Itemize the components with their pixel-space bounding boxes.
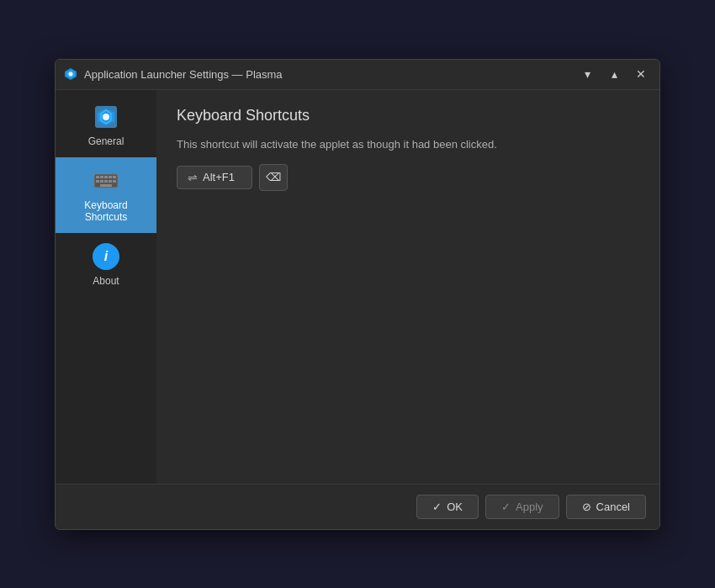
button-bar: ✓ OK ✓ Apply ⊘ Cancel bbox=[56, 484, 659, 529]
close-button[interactable]: ✕ bbox=[629, 64, 653, 84]
cancel-button[interactable]: ⊘ Cancel bbox=[566, 495, 646, 519]
shortcut-row: ⇌ Alt+F1 ⌫ bbox=[177, 164, 639, 191]
settings-window: Application Launcher Settings — Plasma ▾… bbox=[55, 59, 660, 530]
sidebar-item-general[interactable]: General bbox=[56, 93, 156, 157]
apply-button[interactable]: ✓ Apply bbox=[485, 495, 559, 519]
general-icon bbox=[93, 103, 119, 130]
content-area: General bbox=[56, 90, 659, 484]
keyboard-icon bbox=[93, 167, 119, 194]
svg-rect-16 bbox=[109, 180, 112, 183]
svg-rect-9 bbox=[100, 176, 103, 178]
svg-rect-15 bbox=[104, 180, 108, 183]
apply-label: Apply bbox=[516, 501, 543, 513]
ok-label: OK bbox=[447, 501, 463, 513]
svg-rect-8 bbox=[96, 176, 99, 178]
svg-rect-10 bbox=[104, 176, 108, 178]
maximize-icon: ▴ bbox=[612, 67, 617, 81]
shortcut-adjust-icon: ⇌ bbox=[188, 171, 198, 184]
clear-shortcut-button[interactable]: ⌫ bbox=[259, 164, 288, 191]
sidebar: General bbox=[56, 90, 156, 484]
close-icon: ✕ bbox=[636, 67, 646, 81]
titlebar-controls: ▾ ▴ ✕ bbox=[575, 64, 653, 84]
shortcut-value: Alt+F1 bbox=[203, 171, 235, 183]
apply-icon: ✓ bbox=[501, 501, 511, 513]
about-icon: i bbox=[93, 243, 119, 270]
window-title: Application Launcher Settings — Plasma bbox=[84, 68, 283, 81]
sidebar-item-keyboard-shortcuts[interactable]: KeyboardShortcuts bbox=[56, 157, 156, 233]
panel-title: Keyboard Shortcuts bbox=[177, 107, 639, 124]
app-icon bbox=[62, 66, 79, 82]
minimize-icon: ▾ bbox=[585, 67, 591, 81]
maximize-button[interactable]: ▴ bbox=[602, 64, 626, 84]
svg-rect-18 bbox=[100, 184, 112, 187]
sidebar-item-keyboard-label: KeyboardShortcuts bbox=[84, 199, 127, 223]
info-circle-icon: i bbox=[93, 243, 119, 270]
svg-rect-12 bbox=[113, 176, 116, 178]
clear-icon: ⌫ bbox=[266, 171, 281, 183]
svg-point-5 bbox=[103, 114, 109, 120]
ok-icon: ✓ bbox=[432, 501, 442, 513]
spacer bbox=[177, 191, 639, 467]
cancel-label: Cancel bbox=[596, 501, 630, 513]
titlebar-left: Application Launcher Settings — Plasma bbox=[62, 66, 283, 82]
ok-button[interactable]: ✓ OK bbox=[416, 495, 479, 519]
svg-rect-14 bbox=[100, 180, 103, 183]
shortcut-button[interactable]: ⇌ Alt+F1 bbox=[177, 166, 252, 189]
cancel-icon: ⊘ bbox=[582, 501, 591, 513]
svg-point-2 bbox=[69, 72, 73, 77]
main-panel: Keyboard Shortcuts This shortcut will ac… bbox=[156, 90, 659, 484]
svg-rect-17 bbox=[113, 180, 116, 183]
sidebar-item-about[interactable]: i About bbox=[56, 233, 156, 297]
svg-rect-11 bbox=[109, 176, 112, 178]
titlebar: Application Launcher Settings — Plasma ▾… bbox=[56, 60, 659, 90]
sidebar-item-general-label: General bbox=[88, 135, 124, 147]
sidebar-item-about-label: About bbox=[93, 275, 119, 287]
minimize-button[interactable]: ▾ bbox=[575, 64, 599, 84]
svg-rect-13 bbox=[96, 180, 99, 183]
description-text: This shortcut will activate the applet a… bbox=[177, 138, 639, 151]
